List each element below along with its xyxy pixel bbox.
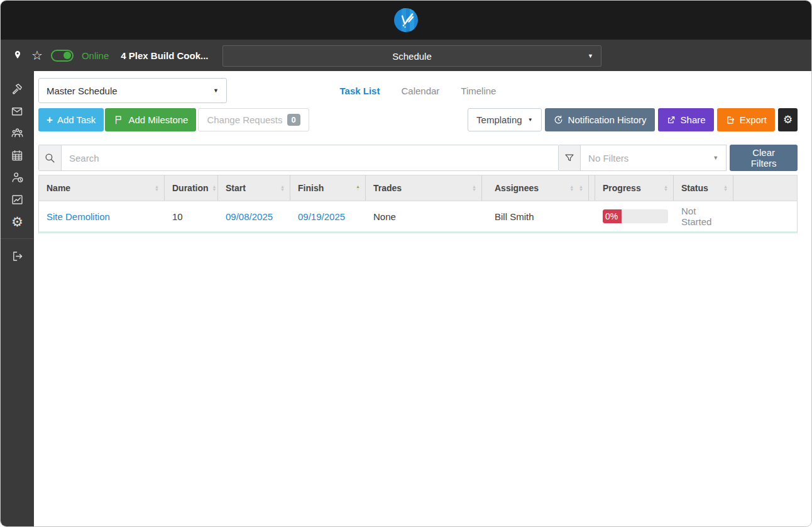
task-start-link[interactable]: 09/08/2025 xyxy=(226,211,273,222)
sidebar-item-jobs[interactable] xyxy=(1,79,34,100)
coconstruct-logo[interactable] xyxy=(394,8,418,32)
tab-timeline[interactable]: Timeline xyxy=(461,86,496,96)
caret-down-icon: ▼ xyxy=(528,117,533,123)
sort-icon[interactable]: ▲▼ xyxy=(566,185,574,192)
project-bar: ☆ Online 4 Plex Build Cook... Schedule ▼ xyxy=(1,40,811,71)
sidebar: ⚙ xyxy=(1,71,34,527)
team-icon xyxy=(11,126,25,140)
column-header-trades[interactable]: Trades ▲▼ xyxy=(366,175,482,201)
progress-bar[interactable]: 0% xyxy=(603,209,668,223)
clear-filters-button[interactable]: Clear Filters xyxy=(730,145,798,171)
page-dropdown[interactable]: Schedule ▼ xyxy=(222,45,601,67)
user-clock-icon xyxy=(11,170,25,184)
share-icon xyxy=(666,115,676,125)
action-row: + Add Task Add Milestone Change Requests… xyxy=(38,108,798,131)
filter-funnel-box[interactable] xyxy=(559,145,581,171)
notification-history-button[interactable]: Notification History xyxy=(545,108,655,131)
spacer-column xyxy=(589,175,595,201)
change-requests-button[interactable]: Change Requests 0 xyxy=(198,108,309,131)
task-status-cell: Not Started xyxy=(674,201,733,231)
column-header-finish[interactable]: Finish ▲▼ xyxy=(290,175,366,201)
location-pin-icon[interactable] xyxy=(12,49,23,62)
sidebar-item-contacts[interactable] xyxy=(1,123,34,144)
task-name-link[interactable]: Site Demolition xyxy=(47,211,110,222)
sidebar-item-reports[interactable] xyxy=(1,189,34,210)
filters-dropdown-value: No Filters xyxy=(588,153,628,164)
column-header-assignees[interactable]: Assignees ▲▼ ▲▼ xyxy=(482,175,589,201)
task-start-cell: 09/08/2025 xyxy=(218,201,290,231)
task-assignees-cell: Bill Smith xyxy=(482,201,589,231)
favorite-star-icon[interactable]: ☆ xyxy=(31,49,43,62)
column-header-actions xyxy=(733,175,797,201)
sort-icon[interactable]: ▲▼ xyxy=(468,185,476,192)
add-milestone-label: Add Milestone xyxy=(128,114,188,125)
templating-button[interactable]: Templating ▼ xyxy=(468,108,541,131)
filters-dropdown[interactable]: No Filters ▼ xyxy=(581,145,727,171)
sort-icon[interactable]: ▲▼ xyxy=(720,185,728,192)
sort-icon[interactable]: ▲▼ xyxy=(660,185,668,192)
sidebar-item-logout[interactable] xyxy=(1,245,34,267)
toggle-knob xyxy=(63,52,71,59)
share-label: Share xyxy=(681,114,706,125)
caret-down-icon: ▼ xyxy=(588,53,593,59)
task-actions-cell xyxy=(733,201,797,231)
app-window: ☆ Online 4 Plex Build Cook... Schedule ▼ xyxy=(0,0,812,527)
table-header-row: Name ▲▼ Duration ▲▼ Start ▲▼ Finish ▲▼ T… xyxy=(39,175,797,201)
tab-task-list[interactable]: Task List xyxy=(340,86,380,96)
search-input[interactable] xyxy=(62,145,558,170)
sort-icon[interactable]: ▲▼ xyxy=(277,185,285,192)
page-dropdown-value: Schedule xyxy=(223,51,601,62)
templating-label: Templating xyxy=(476,114,522,125)
online-status-label: Online xyxy=(82,50,109,61)
funnel-icon xyxy=(564,152,575,164)
search-icon xyxy=(44,152,56,164)
sort-icon[interactable]: ▲▼ xyxy=(151,185,159,192)
schedule-settings-button[interactable]: ⚙ xyxy=(778,108,798,131)
progress-bar-fill: 0% xyxy=(603,209,622,223)
sort-icon[interactable]: ▲▼ xyxy=(575,185,583,192)
main-content: Master Schedule ▼ Task List Calendar Tim… xyxy=(34,71,812,527)
logout-icon xyxy=(11,250,24,263)
column-header-name[interactable]: Name ▲▼ xyxy=(39,175,165,201)
schedule-select[interactable]: Master Schedule ▼ xyxy=(38,78,227,103)
column-header-status[interactable]: Status ▲▼ xyxy=(674,175,733,201)
add-task-button[interactable]: + Add Task xyxy=(38,108,104,131)
share-button[interactable]: Share xyxy=(658,108,714,131)
column-header-start[interactable]: Start ▲▼ xyxy=(218,175,290,201)
task-finish-link[interactable]: 09/19/2025 xyxy=(298,211,345,222)
search-box xyxy=(38,145,559,171)
change-requests-label: Change Requests xyxy=(207,114,282,125)
task-trades-cell: None xyxy=(366,201,482,231)
sort-icon[interactable]: ▲▼ xyxy=(209,185,217,192)
column-header-duration[interactable]: Duration ▲▼ xyxy=(165,175,218,201)
schedule-select-value: Master Schedule xyxy=(47,86,118,96)
calendar-icon xyxy=(11,149,24,162)
flag-icon xyxy=(113,114,124,125)
chart-icon xyxy=(11,193,24,206)
plus-icon: + xyxy=(47,114,53,125)
view-row: Master Schedule ▼ Task List Calendar Tim… xyxy=(38,78,798,103)
add-milestone-button[interactable]: Add Milestone xyxy=(105,108,196,131)
sidebar-item-messages[interactable] xyxy=(1,101,34,122)
export-label: Export xyxy=(740,114,767,125)
online-toggle[interactable] xyxy=(51,50,74,62)
sidebar-item-time-clock[interactable] xyxy=(1,167,34,188)
action-row-right: Templating ▼ Notification History Share xyxy=(468,108,798,131)
caret-down-icon: ▼ xyxy=(213,87,219,94)
sidebar-item-calendar[interactable] xyxy=(1,145,34,166)
column-header-progress[interactable]: Progress ▲▼ xyxy=(595,175,674,201)
sidebar-item-settings[interactable]: ⚙ xyxy=(1,211,34,232)
export-icon xyxy=(725,115,735,125)
tab-calendar[interactable]: Calendar xyxy=(401,86,439,96)
add-task-label: Add Task xyxy=(57,114,96,125)
export-button[interactable]: Export xyxy=(717,108,775,131)
change-requests-count-badge: 0 xyxy=(287,114,300,126)
project-name[interactable]: 4 Plex Build Cook... xyxy=(121,50,208,61)
gear-icon: ⚙ xyxy=(783,113,793,126)
task-progress-cell: 0% xyxy=(595,201,674,231)
mail-icon xyxy=(11,105,24,118)
sort-icon-active[interactable]: ▲▼ xyxy=(352,185,360,192)
gear-icon: ⚙ xyxy=(11,215,23,228)
task-duration-cell: 10 xyxy=(165,201,218,231)
history-icon xyxy=(553,114,564,125)
